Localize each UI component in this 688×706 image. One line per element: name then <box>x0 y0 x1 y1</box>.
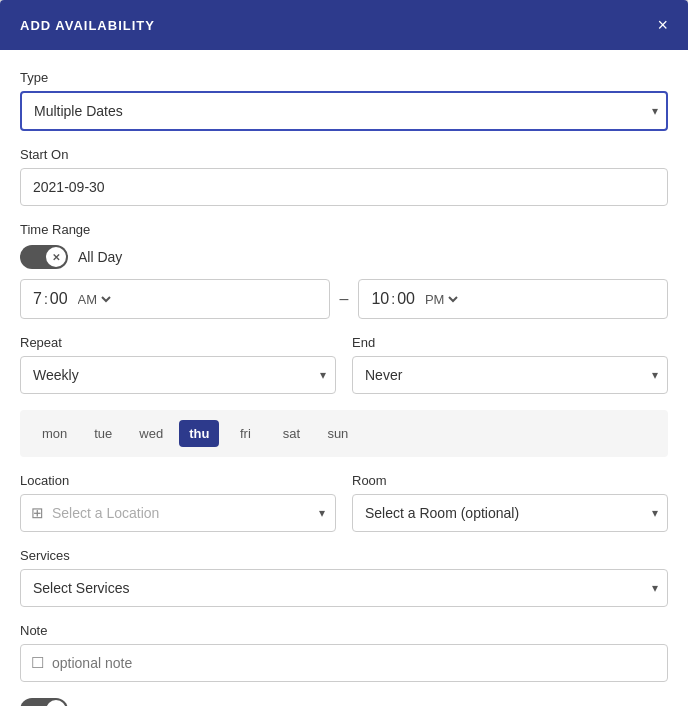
type-select[interactable]: Multiple Dates Single Date Date Range <box>20 91 668 131</box>
day-sun[interactable]: sun <box>317 420 358 447</box>
services-select[interactable]: Select Services <box>20 569 668 607</box>
days-row: mon tue wed thu fri sat sun <box>20 410 668 457</box>
repeat-select-wrapper: Never Daily Weekly Monthly ▾ <box>20 356 336 394</box>
compensate-toggle-knob: ✕ <box>46 700 66 706</box>
location-chevron-icon: ▾ <box>319 506 325 520</box>
repeat-label: Repeat <box>20 335 336 350</box>
room-select-wrapper: Select a Room (optional) ▾ <box>352 494 668 532</box>
all-day-toggle-row: ✕ All Day <box>20 245 668 269</box>
location-select[interactable]: Select a Location <box>52 495 315 531</box>
start-colon: : <box>44 291 48 307</box>
building-icon: ⊞ <box>31 504 44 522</box>
room-label: Room <box>352 473 668 488</box>
end-hour: 10 <box>371 290 389 308</box>
time-range-label: Time Range <box>20 222 668 237</box>
day-sat[interactable]: sat <box>271 420 311 447</box>
end-select[interactable]: Never After On Date <box>352 356 668 394</box>
note-input-wrapper: ☐ <box>20 644 668 682</box>
toggle-x-icon: ✕ <box>52 252 60 263</box>
day-thu[interactable]: thu <box>179 420 219 447</box>
location-select-wrapper: ⊞ Select a Location ▾ <box>20 494 336 532</box>
note-label: Note <box>20 623 668 638</box>
toggle-knob: ✕ <box>46 247 66 267</box>
end-time-box[interactable]: 10 : 00 AM PM <box>358 279 668 319</box>
end-colon: : <box>391 291 395 307</box>
type-label: Type <box>20 70 668 85</box>
start-minutes: 00 <box>50 290 68 308</box>
end-select-wrapper: Never After On Date ▾ <box>352 356 668 394</box>
time-dash: – <box>340 290 349 308</box>
start-ampm-select[interactable]: AM PM <box>74 291 114 308</box>
end-ampm-select[interactable]: AM PM <box>421 291 461 308</box>
services-field-group: Services Select Services ▾ <box>20 548 668 607</box>
compensate-toggle[interactable]: ✕ <box>20 698 68 706</box>
start-on-label: Start On <box>20 147 668 162</box>
start-on-field-group: Start On <box>20 147 668 206</box>
repeat-col: Repeat Never Daily Weekly Monthly ▾ <box>20 335 336 394</box>
note-input[interactable] <box>52 645 657 681</box>
services-label: Services <box>20 548 668 563</box>
start-on-input[interactable] <box>20 168 668 206</box>
add-availability-modal: ADD AVAILABILITY × Type Multiple Dates S… <box>0 0 688 706</box>
all-day-label: All Day <box>78 249 122 265</box>
room-select[interactable]: Select a Room (optional) <box>352 494 668 532</box>
type-field-group: Type Multiple Dates Single Date Date Ran… <box>20 70 668 131</box>
all-day-toggle[interactable]: ✕ <box>20 245 68 269</box>
time-row: 7 : 00 AM PM – 10 : 00 AM PM <box>20 279 668 319</box>
modal-body: Type Multiple Dates Single Date Date Ran… <box>0 50 688 706</box>
repeat-end-row: Repeat Never Daily Weekly Monthly ▾ End … <box>20 335 668 394</box>
compensate-row: ✕ Should the staff be compensated when a… <box>20 698 668 706</box>
end-col: End Never After On Date ▾ <box>352 335 668 394</box>
start-time-box[interactable]: 7 : 00 AM PM <box>20 279 330 319</box>
location-room-row: Location ⊞ Select a Location ▾ Room Sele… <box>20 473 668 532</box>
room-col: Room Select a Room (optional) ▾ <box>352 473 668 532</box>
note-field-group: Note ☐ <box>20 623 668 682</box>
time-range-field-group: Time Range ✕ All Day 7 : 00 AM PM <box>20 222 668 319</box>
close-button[interactable]: × <box>657 16 668 34</box>
type-select-wrapper: Multiple Dates Single Date Date Range ▾ <box>20 91 668 131</box>
repeat-select[interactable]: Never Daily Weekly Monthly <box>20 356 336 394</box>
end-label: End <box>352 335 668 350</box>
note-icon: ☐ <box>31 654 44 672</box>
services-select-wrapper: Select Services ▾ <box>20 569 668 607</box>
day-wed[interactable]: wed <box>129 420 173 447</box>
end-minutes: 00 <box>397 290 415 308</box>
location-col: Location ⊞ Select a Location ▾ <box>20 473 336 532</box>
day-fri[interactable]: fri <box>225 420 265 447</box>
compensate-text: Should the staff be compensated when ava… <box>88 703 534 707</box>
location-label: Location <box>20 473 336 488</box>
modal-header: ADD AVAILABILITY × <box>0 0 688 50</box>
day-mon[interactable]: mon <box>32 420 77 447</box>
day-tue[interactable]: tue <box>83 420 123 447</box>
start-hour: 7 <box>33 290 42 308</box>
modal-title: ADD AVAILABILITY <box>20 18 155 33</box>
